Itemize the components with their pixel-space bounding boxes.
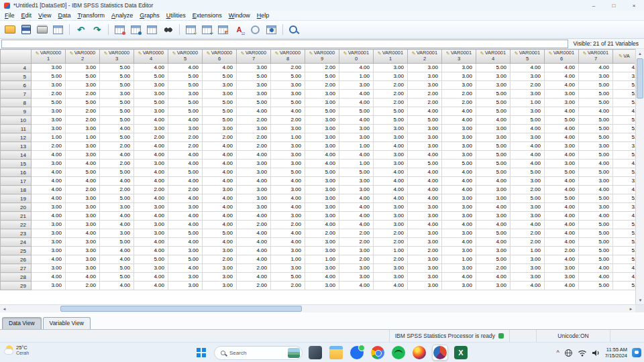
grid-cell[interactable]: 4.00 (511, 151, 545, 160)
column-header[interactable]: ✎VAR00001 (32, 50, 66, 64)
grid-cell[interactable]: 3.00 (134, 221, 168, 229)
menu-extensions[interactable]: Extensions (189, 11, 225, 19)
grid-cell[interactable]: 5.00 (613, 99, 636, 107)
grid-cell[interactable]: 4.00 (545, 229, 579, 238)
grid-cell[interactable]: 2.00 (511, 81, 545, 90)
grid-cell[interactable]: 4.00 (613, 64, 636, 72)
grid-cell[interactable]: 4.00 (339, 151, 374, 160)
grid-cell[interactable]: 5.00 (237, 72, 271, 81)
grid-cell[interactable]: 2.00 (305, 81, 339, 90)
grid-cell[interactable]: 3.00 (66, 255, 100, 264)
grid-cell[interactable]: 2.00 (408, 90, 442, 99)
grid-cell[interactable]: 4.00 (203, 151, 237, 160)
row-number[interactable]: 18 (1, 186, 32, 194)
scroll-up-icon[interactable]: ▲ (636, 49, 644, 58)
grid-cell[interactable]: 2.00 (374, 99, 408, 107)
grid-cell[interactable]: 5.00 (476, 160, 511, 168)
grid-cell[interactable]: 3.00 (305, 186, 339, 194)
column-header[interactable]: ✎VAR00008 (271, 50, 305, 64)
grid-cell[interactable]: 3.00 (339, 133, 374, 142)
menu-edit[interactable]: Edit (18, 11, 36, 19)
grid-cell[interactable]: 3.00 (32, 125, 66, 133)
grid-cell[interactable]: 4.00 (511, 282, 545, 290)
menu-file[interactable]: File (1, 11, 18, 19)
grid-cell[interactable]: 4.00 (545, 186, 579, 194)
menu-view[interactable]: View (35, 11, 54, 19)
grid-cell[interactable]: 5.00 (511, 116, 545, 125)
scroll-left-icon[interactable]: ◄ (0, 305, 9, 312)
grid-cell[interactable]: 3.00 (100, 90, 134, 99)
grid-cell[interactable]: 2.00 (305, 64, 339, 72)
grid-cell[interactable]: 3.00 (305, 203, 339, 212)
grid-cell[interactable]: 5.00 (613, 247, 636, 255)
grid-cell[interactable]: 4.00 (203, 160, 237, 168)
grid-cell[interactable]: 4.00 (237, 255, 271, 264)
grid-cell[interactable]: 3.00 (545, 99, 579, 107)
vertical-scrollbar[interactable]: ▲ ▼ (635, 49, 644, 304)
goto-case-icon[interactable] (113, 23, 127, 36)
grid-cell[interactable]: 4.00 (339, 116, 374, 125)
grid-cell[interactable]: 3.00 (32, 229, 66, 238)
grid-cell[interactable]: 5.00 (339, 168, 374, 177)
grid-cell[interactable]: 4.00 (339, 282, 374, 290)
grid-cell[interactable]: 4.00 (408, 194, 442, 203)
grid-cell[interactable]: 3.00 (579, 142, 613, 151)
redo-icon[interactable] (90, 23, 104, 36)
grid-cell[interactable]: 5.00 (374, 107, 408, 116)
grid-cell[interactable]: 4.00 (408, 221, 442, 229)
grid-cell[interactable]: 2.00 (237, 142, 271, 151)
grid-cell[interactable]: 5.00 (203, 116, 237, 125)
grid-cell[interactable]: 3.00 (66, 212, 100, 221)
grid-cell[interactable]: 5.00 (545, 168, 579, 177)
grid-cell[interactable]: 4.00 (476, 177, 511, 186)
grid-cell[interactable]: 3.00 (305, 212, 339, 221)
grid-cell[interactable]: 4.00 (203, 168, 237, 177)
grid-cell[interactable]: 3.00 (545, 142, 579, 151)
variables-icon[interactable] (145, 23, 159, 36)
grid-cell[interactable]: 5.00 (579, 151, 613, 160)
grid-cell[interactable]: 4.00 (100, 125, 134, 133)
grid-cell[interactable]: 3.00 (408, 282, 442, 290)
grid-cell[interactable]: 3.00 (203, 247, 237, 255)
row-number[interactable]: 24 (1, 238, 32, 247)
messages-icon[interactable] (349, 345, 365, 361)
grid-cell[interactable]: 3.00 (511, 107, 545, 116)
grid-cell[interactable]: 3.00 (408, 133, 442, 142)
grid-cell[interactable]: 3.00 (271, 81, 305, 90)
grid-cell[interactable]: 4.00 (545, 212, 579, 221)
grid-cell[interactable]: 3.00 (442, 282, 476, 290)
grid-cell[interactable]: 5.00 (168, 81, 203, 90)
grid-cell[interactable]: 3.00 (32, 282, 66, 290)
grid-cell[interactable]: 1.00 (339, 142, 374, 151)
grid-cell[interactable]: 4.00 (511, 64, 545, 72)
grid-cell[interactable]: 4.00 (374, 177, 408, 186)
grid-cell[interactable]: 4.00 (579, 273, 613, 282)
row-number[interactable]: 29 (1, 282, 32, 290)
grid-cell[interactable]: 2.00 (237, 264, 271, 273)
hidden-icons-chevron-icon[interactable] (556, 349, 559, 356)
grid-cell[interactable]: 3.00 (305, 133, 339, 142)
tab-variable-view[interactable]: Variable View (43, 317, 91, 329)
grid-cell[interactable]: 4.00 (134, 212, 168, 221)
grid-cell[interactable]: 2.00 (339, 238, 374, 247)
grid-cell[interactable]: 5.00 (613, 238, 636, 247)
find-icon[interactable] (161, 23, 175, 36)
row-number[interactable]: 27 (1, 264, 32, 273)
grid-cell[interactable]: 5.00 (408, 116, 442, 125)
grid-cell[interactable]: 2.00 (408, 99, 442, 107)
grid-cell[interactable]: 4.00 (305, 160, 339, 168)
volume-icon[interactable] (592, 349, 600, 357)
grid-cell[interactable]: 3.00 (271, 142, 305, 151)
grid-cell[interactable]: 3.00 (545, 160, 579, 168)
grid-cell[interactable]: 5.00 (442, 160, 476, 168)
grid-cell[interactable]: 5.00 (579, 90, 613, 99)
grid-cell[interactable]: 5.00 (613, 282, 636, 290)
grid-cell[interactable]: 4.00 (545, 177, 579, 186)
grid-cell[interactable]: 3.00 (476, 81, 511, 90)
grid-cell[interactable]: 5.00 (100, 273, 134, 282)
row-number[interactable]: 13 (1, 142, 32, 151)
grid-cell[interactable]: 3.00 (271, 247, 305, 255)
grid-cell[interactable]: 3.00 (374, 151, 408, 160)
grid-cell[interactable]: 3.00 (237, 203, 271, 212)
grid-cell[interactable]: 5.00 (476, 229, 511, 238)
